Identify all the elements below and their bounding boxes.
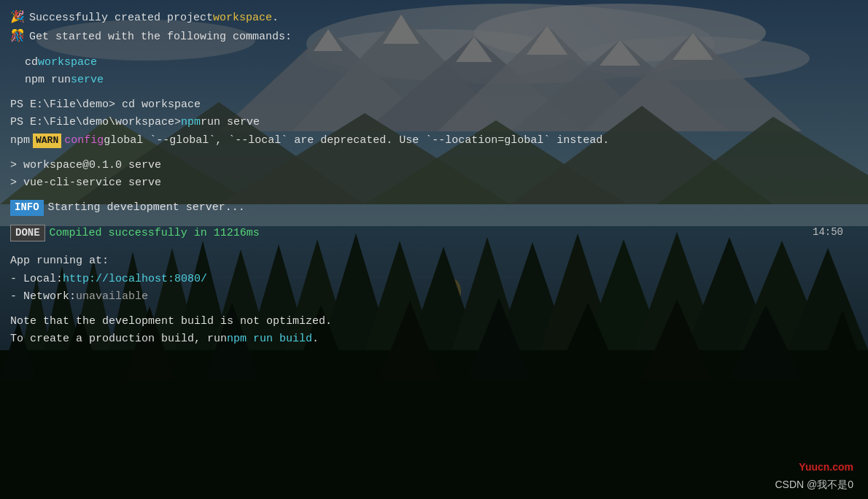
success-text: Successfully created project bbox=[29, 9, 213, 26]
spacer4 bbox=[10, 192, 858, 199]
npm-cmd: npm bbox=[181, 114, 201, 131]
prod-prefix: To create a production build, run bbox=[10, 330, 227, 347]
prod-period: . bbox=[312, 330, 319, 347]
line-done-compiled: DONECompiled successfully in 11216ms 14:… bbox=[10, 225, 858, 242]
ps-prompt-cd: PS E:\File\demo> cd workspace bbox=[10, 96, 201, 113]
emoji-confetti: 🎊 bbox=[10, 28, 25, 46]
line-success-project: 🎉 Successfully created project workspace… bbox=[10, 9, 858, 27]
line-ps-npm: PS E:\File\demo\workspace> npm run serve bbox=[10, 114, 858, 131]
warn-message: global `--global`, `--local` are depreca… bbox=[104, 132, 609, 149]
cd-cmd: cd bbox=[25, 54, 38, 71]
vue-cli-serve-text: > vue-cli-service serve bbox=[10, 174, 161, 191]
timestamp: 14:50 bbox=[813, 225, 843, 241]
line-app-running: App running at: bbox=[10, 252, 858, 269]
spacer3 bbox=[10, 150, 858, 157]
prod-cmd: npm run build bbox=[227, 330, 312, 347]
note-dev-text: Note that the development build is not o… bbox=[10, 313, 332, 330]
line-npm-serve-hint: npm run serve bbox=[10, 71, 858, 88]
app-running-text: App running at: bbox=[10, 252, 109, 269]
workspace-serve-text: > workspace@0.1.0 serve bbox=[10, 157, 161, 174]
spacer1 bbox=[10, 47, 858, 54]
network-label: - Network: bbox=[10, 288, 76, 305]
network-value: unavailable bbox=[76, 288, 148, 305]
terminal: 🎉 Successfully created project workspace… bbox=[0, 0, 868, 499]
period: . bbox=[272, 9, 279, 26]
line-ps-cd: PS E:\File\demo> cd workspace bbox=[10, 96, 858, 113]
badge-done: DONE bbox=[10, 225, 45, 242]
local-url: http://localhost:8080/ bbox=[63, 271, 207, 287]
get-started-text: Get started with the following commands: bbox=[29, 28, 292, 45]
badge-info: INFO bbox=[10, 200, 44, 216]
line-cd: cd workspace bbox=[10, 54, 858, 71]
run-serve-cmd: run serve bbox=[201, 114, 260, 131]
line-npm-warn: npm WARN config global `--global`, `--lo… bbox=[10, 132, 858, 149]
config-text: config bbox=[64, 132, 104, 149]
ps-prompt-npm: PS E:\File\demo\workspace> bbox=[10, 114, 181, 131]
line-note-dev: Note that the development build is not o… bbox=[10, 313, 858, 330]
line-workspace-serve: > workspace@0.1.0 serve bbox=[10, 157, 858, 174]
line-vue-cli-serve: > vue-cli-service serve bbox=[10, 174, 858, 191]
cd-target: workspace bbox=[38, 54, 97, 71]
serve-hint: serve bbox=[71, 71, 104, 88]
spacer5 bbox=[10, 217, 858, 225]
badge-warn: WARN bbox=[33, 134, 61, 148]
workspace-name: workspace bbox=[213, 9, 272, 26]
line-get-started: 🎊 Get started with the following command… bbox=[10, 28, 858, 46]
local-label: - Local: bbox=[10, 271, 63, 287]
npm-run-hint: npm run bbox=[25, 71, 71, 88]
line-note-prod: To create a production build, run npm ru… bbox=[10, 330, 858, 347]
compiled-text: Compiled successfully in 11216ms bbox=[50, 225, 260, 241]
csdn-label: CSDN @我不是0 bbox=[775, 479, 853, 492]
npm-label: npm bbox=[10, 132, 30, 149]
starting-text: Starting development server... bbox=[48, 199, 245, 216]
line-info-starting: INFOStarting development server... bbox=[10, 199, 858, 216]
emoji-tada: 🎉 bbox=[10, 9, 25, 27]
spacer6 bbox=[10, 242, 858, 250]
watermark: Yuucn.com bbox=[799, 461, 853, 473]
spacer7 bbox=[10, 306, 858, 313]
spacer2 bbox=[10, 89, 858, 96]
line-local-url: - Local: http://localhost:8080/ bbox=[10, 271, 858, 287]
line-network-url: - Network: unavailable bbox=[10, 288, 858, 305]
